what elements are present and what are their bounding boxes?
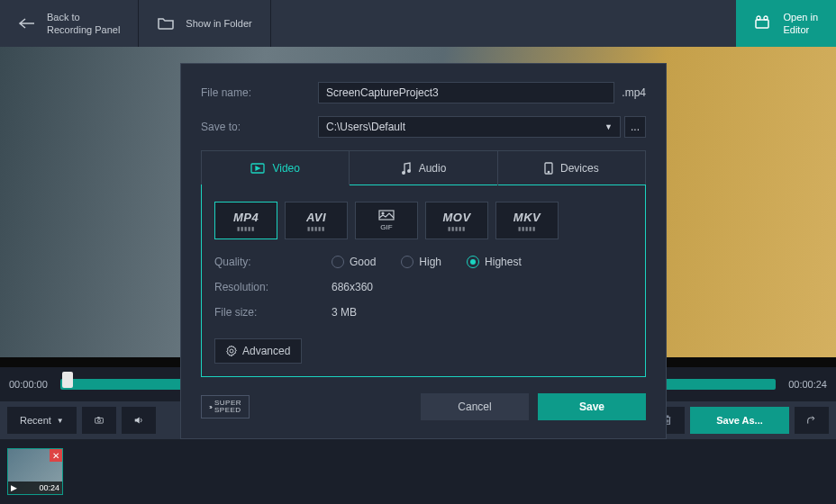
thumbnail-item[interactable]: ✕ ▶ 00:24 [7,448,63,495]
filesize-value: 3 MB [332,306,357,319]
thumbnail-duration: 00:24 [39,483,59,492]
quality-high[interactable]: High [401,256,441,268]
play-icon: ▶ [11,483,17,492]
filename-ext: .mp4 [622,86,646,99]
open-editor-label: Open in Editor [783,11,818,37]
format-gif[interactable]: GIF [355,202,418,239]
show-folder-label: Show in Folder [186,17,251,30]
show-folder-button[interactable]: Show in Folder [139,0,270,47]
screenshot-button[interactable] [82,407,116,434]
quality-highest[interactable]: Highest [467,256,522,268]
top-toolbar: Back to Recording Panel Show in Folder O… [0,0,836,47]
svg-point-10 [548,171,549,172]
advanced-button[interactable]: Advanced [214,338,302,364]
thumbnail-strip: ✕ ▶ 00:24 [0,439,836,504]
svg-rect-0 [756,20,768,28]
time-start: 00:00:00 [9,379,48,390]
quality-label: Quality: [214,256,332,268]
resolution-label: Resolution: [214,281,332,293]
thumbnail-info: ▶ 00:24 [8,482,62,494]
format-list: MP4▮▮▮▮▮ AVI▮▮▮▮▮ GIF MOV▮▮▮▮▮ MKV▮▮▮▮▮ [214,202,632,239]
arrow-left-icon [18,17,36,30]
resolution-value: 686x360 [332,281,373,293]
thumbnail-close-icon[interactable]: ✕ [50,449,62,462]
svg-rect-5 [97,417,100,418]
filesize-label: File size: [214,306,332,319]
gear-icon [226,346,237,356]
superspeed-badge: ›››SUPER SPEED [201,395,250,418]
format-tabs: Video Audio Devices [201,150,646,185]
tab-video[interactable]: Video [202,151,350,185]
filename-label: File name: [201,86,318,99]
svg-point-7 [402,171,405,175]
speaker-icon [134,415,143,426]
quality-good[interactable]: Good [332,256,376,268]
dialog-buttons: ›››SUPER SPEED Cancel Save [201,393,646,420]
devices-icon [544,162,553,175]
saveto-value: C:\Users\Default [326,121,405,133]
saveto-dropdown[interactable]: C:\Users\Default ▼ [318,116,621,138]
back-button[interactable]: Back to Recording Panel [0,0,139,47]
chevron-down-icon: ▼ [604,122,613,131]
editor-icon [754,15,772,32]
format-mkv[interactable]: MKV▮▮▮▮▮ [495,202,559,239]
camera-icon [95,415,104,426]
save-dialog: File name: .mp4 Save to: C:\Users\Defaul… [180,63,667,439]
tab-audio[interactable]: Audio [350,151,497,185]
format-avi[interactable]: AVI▮▮▮▮▮ [285,202,348,239]
open-editor-button[interactable]: Open in Editor [736,0,836,47]
svg-point-4 [97,419,100,422]
share-button[interactable] [795,407,829,434]
recent-button[interactable]: Recent ▼ [7,407,77,434]
format-mp4[interactable]: MP4▮▮▮▮▮ [214,202,277,239]
format-mov[interactable]: MOV▮▮▮▮▮ [425,202,488,239]
timeline-marker[interactable] [62,372,73,388]
saveto-label: Save to: [201,121,318,133]
filename-input[interactable] [318,82,614,104]
image-icon [378,210,395,222]
save-as-button[interactable]: Save As... [690,407,789,434]
volume-button[interactable] [122,407,156,434]
folder-icon [157,16,175,31]
svg-point-1 [757,16,760,20]
tab-devices[interactable]: Devices [498,151,645,185]
svg-point-12 [382,212,384,214]
save-button[interactable]: Save [538,393,646,420]
time-end: 00:00:24 [788,379,827,390]
audio-icon [401,162,412,175]
browse-button[interactable]: ... [624,116,646,138]
cancel-button[interactable]: Cancel [421,393,529,420]
back-label: Back to Recording Panel [47,11,120,37]
share-icon [807,415,816,426]
svg-point-8 [407,169,411,173]
video-icon [250,163,265,174]
video-panel: MP4▮▮▮▮▮ AVI▮▮▮▮▮ GIF MOV▮▮▮▮▮ MKV▮▮▮▮▮ … [201,184,646,377]
svg-point-2 [764,16,768,20]
